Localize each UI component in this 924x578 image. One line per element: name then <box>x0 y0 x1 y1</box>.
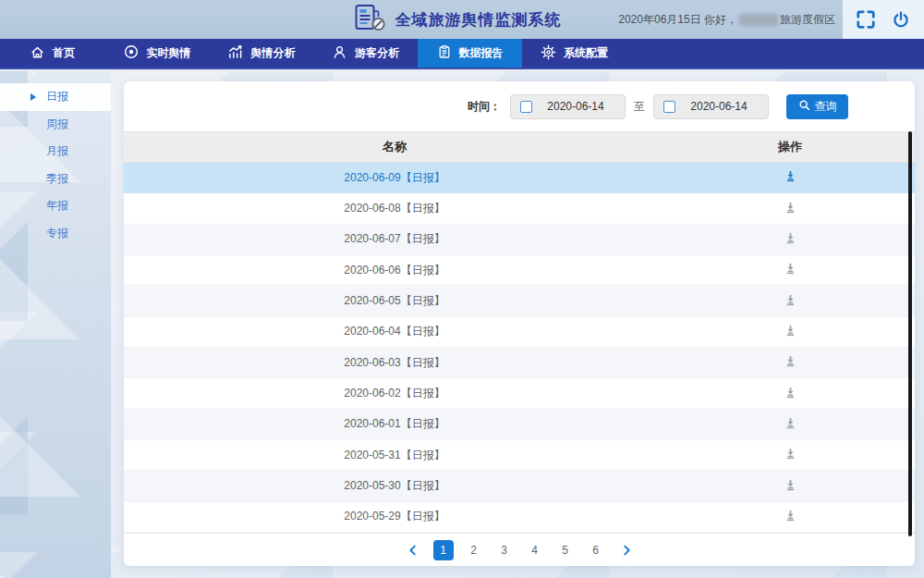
report-name[interactable]: 2020-06-04【日报】 <box>124 324 665 339</box>
report-name[interactable]: 2020-06-01【日报】 <box>124 416 665 432</box>
download-icon[interactable] <box>784 448 796 460</box>
time-filter-label: 时间： <box>468 99 501 115</box>
report-name[interactable]: 2020-06-05【日报】 <box>124 293 665 309</box>
report-name[interactable]: 2020-06-07【日报】 <box>124 231 665 247</box>
table-row[interactable]: 2020-06-08【日报】 <box>124 193 915 224</box>
table-row[interactable]: 2020-05-29【日报】 <box>124 502 915 533</box>
download-icon[interactable] <box>784 170 796 182</box>
nav-label: 系统配置 <box>564 45 608 61</box>
table-row[interactable]: 2020-05-31【日报】 <box>124 440 915 471</box>
nav-label: 数据报告 <box>459 45 504 61</box>
page-button-4[interactable]: 4 <box>525 540 545 560</box>
sidebar-item-label: 月报 <box>46 143 68 159</box>
table-row[interactable]: 2020-06-03【日报】 <box>124 348 915 378</box>
clipboard-icon <box>437 44 452 62</box>
topbar: 全域旅游舆情监测系统 2020年06月15日 你好，旅游度假区 <box>0 0 924 39</box>
report-name[interactable]: 2020-05-29【日报】 <box>124 509 665 524</box>
report-name[interactable]: 2020-06-02【日报】 <box>124 386 665 401</box>
nav-item-home[interactable]: 首页 <box>0 39 104 68</box>
brand: 全域旅游舆情监测系统 <box>355 0 562 39</box>
sidebar-item-weekly-report[interactable]: 周报 <box>0 111 111 139</box>
table-row[interactable]: 2020-06-02【日报】 <box>124 378 915 409</box>
sidebar-item-label: 专报 <box>46 226 68 241</box>
content-area: 日报 周报 月报 季报 年报 专报 时间： 2020-06 <box>0 71 924 578</box>
page-button-2[interactable]: 2 <box>464 540 484 560</box>
topbar-actions <box>843 0 924 39</box>
report-name[interactable]: 2020-05-30【日报】 <box>124 478 665 494</box>
end-date-input[interactable]: 2020-06-14 <box>653 94 769 119</box>
report-name[interactable]: 2020-06-09【日报】 <box>124 170 665 186</box>
download-icon[interactable] <box>784 202 796 214</box>
table-header: 名称 操作 <box>124 131 915 163</box>
download-icon[interactable] <box>784 355 796 367</box>
sidebar-item-annual-report[interactable]: 年报 <box>0 192 111 220</box>
table-row[interactable]: 2020-06-06【日报】 <box>124 255 915 286</box>
table-row[interactable]: 2020-05-30【日报】 <box>124 471 915 501</box>
report-list-card: 时间： 2020-06-14 至 2020-06-14 查询 名称 <box>124 81 915 566</box>
sidebar-item-daily-report[interactable]: 日报 <box>0 83 111 111</box>
nav-label: 首页 <box>53 45 75 61</box>
report-name[interactable]: 2020-06-08【日报】 <box>124 201 665 216</box>
nav-item-system-config[interactable]: 系统配置 <box>522 39 626 68</box>
download-icon[interactable] <box>784 387 796 399</box>
page-button-5[interactable]: 5 <box>555 540 576 560</box>
sidebar-item-label: 周报 <box>46 117 68 132</box>
download-icon[interactable] <box>784 232 796 244</box>
nav-item-visitor-analysis[interactable]: 游客分析 <box>313 39 418 68</box>
table-row[interactable]: 2020-06-04【日报】 <box>124 317 915 348</box>
fullscreen-icon[interactable] <box>855 8 877 31</box>
chevron-right-icon[interactable] <box>616 540 637 560</box>
pagination: 1 2 3 4 5 6 <box>124 533 915 566</box>
nav-label: 游客分析 <box>355 45 399 61</box>
table-row[interactable]: 2020-06-09【日报】 <box>124 163 915 193</box>
page-button-6[interactable]: 6 <box>586 540 606 560</box>
page-button-3[interactable]: 3 <box>494 540 515 560</box>
app-logo-newspaper-magnifier-icon <box>355 4 386 36</box>
download-icon[interactable] <box>784 510 796 522</box>
app-title: 全域旅游舆情监测系统 <box>395 9 562 31</box>
report-name[interactable]: 2020-06-03【日报】 <box>124 355 665 371</box>
report-name[interactable]: 2020-05-31【日报】 <box>124 448 665 463</box>
column-header-name: 名称 <box>124 139 665 155</box>
sidebar-item-monthly-report[interactable]: 月报 <box>0 138 111 166</box>
sidebar-item-special-report[interactable]: 专报 <box>0 220 111 248</box>
download-icon[interactable] <box>784 479 796 491</box>
redacted-org-name <box>739 14 778 26</box>
table-row[interactable]: 2020-06-05【日报】 <box>124 286 915 316</box>
sidebar-item-label: 季报 <box>46 171 68 187</box>
download-icon[interactable] <box>784 294 796 306</box>
trend-chart-icon <box>227 43 244 63</box>
nav-item-data-reports[interactable]: 数据报告 <box>418 39 522 68</box>
power-icon[interactable] <box>890 8 912 31</box>
eye-icon <box>123 43 140 63</box>
download-icon[interactable] <box>784 325 796 337</box>
end-date-value: 2020-06-14 <box>675 100 768 113</box>
person-icon <box>332 44 347 63</box>
sidebar-item-quarterly-report[interactable]: 季报 <box>0 166 111 193</box>
date-range-to-label: 至 <box>634 99 645 115</box>
page-button-1[interactable]: 1 <box>433 540 454 560</box>
nav-label: 舆情分析 <box>251 45 296 61</box>
query-button[interactable]: 查询 <box>786 94 848 119</box>
nav-item-sentiment-analysis[interactable]: 舆情分析 <box>209 39 313 68</box>
download-icon[interactable] <box>784 417 796 429</box>
home-icon <box>30 44 45 63</box>
table-row[interactable]: 2020-06-07【日报】 <box>124 225 915 255</box>
sidebar: 日报 周报 月报 季报 年报 专报 <box>0 71 111 578</box>
calendar-icon <box>520 101 532 113</box>
search-icon <box>798 99 810 114</box>
nav-label: 实时舆情 <box>147 45 191 61</box>
vertical-scrollbar[interactable] <box>908 131 912 536</box>
nav-item-realtime-sentiment[interactable]: 实时舆情 <box>104 39 209 68</box>
sidebar-item-label: 年报 <box>46 198 68 214</box>
chevron-left-icon[interactable] <box>403 540 423 560</box>
start-date-value: 2020-06-14 <box>532 100 625 113</box>
table-body: 2020-06-09【日报】 2020-06-08【日报】 2020-06-07… <box>124 163 915 533</box>
report-name[interactable]: 2020-06-06【日报】 <box>124 263 665 278</box>
download-icon[interactable] <box>784 263 796 275</box>
filter-row: 时间： 2020-06-14 至 2020-06-14 查询 <box>124 81 915 131</box>
column-header-operation: 操作 <box>665 139 915 155</box>
gear-icon <box>541 44 556 63</box>
start-date-input[interactable]: 2020-06-14 <box>510 94 626 119</box>
table-row[interactable]: 2020-06-01【日报】 <box>124 410 915 440</box>
